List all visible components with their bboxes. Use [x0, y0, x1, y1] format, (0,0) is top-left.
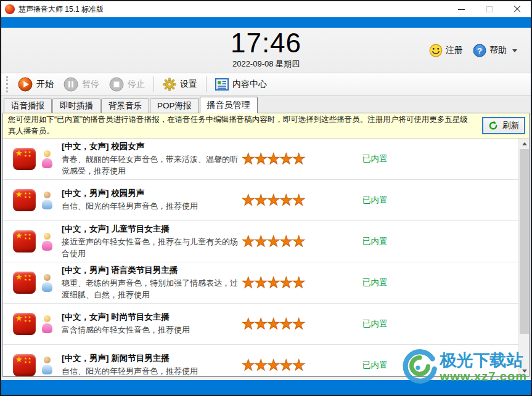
announcer-list: [中文，女声] 校园女声 青春、靓丽的年轻女声音色，带来活泼、温馨的听觉感受，推… — [3, 139, 529, 376]
help-dropdown-caret[interactable] — [512, 49, 517, 52]
announcer-row[interactable]: [中文，男声] 语言类节目男主播 稳重、老练的男声音色，特别加强了情感表达，过渡… — [3, 262, 518, 304]
smiley-icon — [429, 44, 443, 57]
register-button[interactable]: 注册 — [427, 42, 465, 59]
content-center-button[interactable]: 内容中心 — [210, 76, 272, 92]
scroll-down-icon — [522, 370, 527, 373]
tab-announcer-management[interactable]: 播音员管理 — [200, 97, 258, 113]
announcer-status: 已内置 — [362, 277, 388, 288]
announcer-text: [中文，男声] 新闻节目男主播 自信、阳光的年轻男声音色，推荐使用 — [62, 353, 242, 376]
china-flag-icon — [13, 354, 36, 376]
pause-icon — [63, 77, 78, 92]
announcer-row[interactable]: [中文，男声] 新闻节目男主播 自信、阳光的年轻男声音色，推荐使用 ★★★★★ … — [3, 345, 518, 376]
toolbar-separator — [153, 76, 154, 92]
announcer-title: [中文，女声] 时尚节目女主播 — [62, 312, 242, 323]
tab-label: 播音员管理 — [207, 100, 250, 111]
vertical-scrollbar[interactable] — [518, 139, 529, 376]
announcer-status: 已内置 — [362, 360, 388, 371]
china-flag-icon — [13, 230, 36, 253]
rating-stars: ★★★★★ — [242, 233, 303, 250]
content-panel: 您可使用如下“已内置”的播音员进行语音播报，在语音任务中编辑播音稿内容时，即可选… — [2, 113, 530, 377]
settings-button[interactable]: 设置 — [158, 76, 202, 93]
announcer-title: [中文，男声] 校园男声 — [62, 188, 242, 199]
announcer-desc: 自信、阳光的年轻男声音色，推荐使用 — [62, 366, 242, 376]
china-flag-icon — [13, 148, 36, 170]
tab-voice-broadcast[interactable]: 语音播报 — [4, 99, 52, 113]
announcer-title: [中文，男声] 新闻节目男主播 — [62, 353, 242, 364]
china-flag-icon — [13, 189, 36, 211]
announcer-status: 已内置 — [362, 153, 388, 164]
stop-button[interactable]: 停止 — [104, 75, 150, 94]
person-icon — [40, 315, 55, 334]
toolbar: 开始 暂停 停止 — [1, 73, 531, 96]
announcer-status: 已内置 — [362, 195, 388, 206]
announcer-row[interactable]: [中文，男声] 校园男声 自信、阳光的年轻男声音色，推荐使用 ★★★★★ 已内置 — [3, 180, 518, 221]
maximize-button[interactable] — [475, 1, 503, 17]
tab-label: 即时插播 — [60, 100, 93, 111]
title-bar: 慧声播音大师 15.1 标准版 — [1, 1, 531, 17]
announcer-desc: 稳重、老练的男声音色，特别加强了情感表达，过渡细腻、自然，推荐使用 — [62, 278, 242, 301]
clock: 17:46 — [231, 28, 301, 59]
rating-stars: ★★★★★ — [242, 150, 303, 168]
help-icon: ? — [473, 44, 486, 57]
date: 2022-09-08 星期四 — [232, 59, 300, 70]
app-icon — [5, 4, 15, 14]
header: 17:46 2022-09-08 星期四 注册 — [1, 28, 531, 73]
notice-bar: 您可使用如下“已内置”的播音员进行语音播报，在语音任务中编辑播音稿内容时，即可选… — [3, 113, 529, 139]
pause-button[interactable]: 暂停 — [59, 75, 104, 94]
announcer-text: [中文，女声] 儿童节目女主播 接近童声的年轻女性音色，推荐在与儿童有关的场合使… — [62, 224, 242, 260]
window-title: 慧声播音大师 15.1 标准版 — [18, 4, 104, 15]
notice-text: 您可使用如下“已内置”的播音员进行语音播报，在语音任务中编辑播音稿内容时，即可选… — [8, 114, 470, 137]
announcer-text: [中文，男声] 语言类节目男主播 稳重、老练的男声音色，特别加强了情感表达，过渡… — [62, 265, 242, 301]
scrollbar-down-button[interactable] — [519, 366, 529, 376]
announcer-text: [中文，男声] 校园男声 自信、阳光的年轻男声音色，推荐使用 — [62, 188, 242, 212]
play-icon — [18, 77, 33, 92]
settings-label: 设置 — [180, 79, 197, 90]
tab-background-music[interactable]: 背景音乐 — [101, 99, 149, 113]
announcer-row[interactable]: [中文，女声] 时尚节目女主播 富含情感的年轻女性音色，推荐使用 ★★★★★ 已… — [3, 304, 518, 345]
person-icon — [40, 356, 55, 375]
help-button[interactable]: ? 帮助 — [470, 42, 520, 59]
content-center-icon — [215, 78, 229, 91]
gear-icon — [163, 78, 176, 91]
announcer-row[interactable]: [中文，女声] 儿童节目女主播 接近童声的年轻女性音色，推荐在与儿童有关的场合使… — [3, 221, 518, 262]
person-icon — [40, 191, 55, 210]
rating-stars: ★★★★★ — [242, 274, 303, 291]
stop-icon — [109, 77, 124, 92]
bottom-accent-bar — [1, 380, 531, 395]
accent-strip — [1, 17, 531, 28]
announcer-text: [中文，女声] 时尚节目女主播 富含情感的年轻女性音色，推荐使用 — [62, 312, 242, 336]
minimize-button[interactable] — [448, 1, 475, 17]
maximize-icon — [486, 6, 493, 12]
scroll-up-icon — [522, 142, 527, 145]
announcer-desc: 青春、靓丽的年轻女声音色，带来活泼、温馨的听觉感受，推荐使用 — [62, 154, 242, 177]
refresh-button[interactable]: 刷新 — [482, 117, 525, 134]
rating-stars: ★★★★★ — [242, 315, 303, 333]
close-button[interactable] — [503, 1, 531, 17]
app-window: 慧声播音大师 15.1 标准版 17:46 2022-09-08 星期四 — [0, 0, 532, 396]
pause-label: 暂停 — [82, 79, 99, 90]
tab-pop-poster[interactable]: POP海报 — [150, 99, 199, 113]
person-icon — [40, 273, 55, 293]
start-button[interactable]: 开始 — [13, 75, 59, 94]
announcer-row[interactable]: [中文，女声] 校园女声 青春、靓丽的年轻女声音色，带来活泼、温馨的听觉感受，推… — [3, 139, 518, 180]
scrollbar-thumb[interactable] — [520, 149, 529, 334]
toolbar-separator — [206, 76, 207, 92]
toolbar-grip — [6, 76, 8, 92]
announcer-desc: 自信、阳光的年轻男声音色，推荐使用 — [62, 201, 242, 212]
register-label: 注册 — [446, 45, 463, 56]
rating-stars: ★★★★★ — [242, 192, 303, 209]
tab-label: 语音播报 — [11, 100, 44, 111]
stop-label: 停止 — [128, 79, 145, 90]
content-center-label: 内容中心 — [232, 79, 267, 90]
svg-text:?: ? — [477, 46, 482, 55]
refresh-label: 刷新 — [502, 120, 519, 131]
tab-instant-insert[interactable]: 即时插播 — [52, 99, 100, 113]
china-flag-icon — [13, 313, 36, 335]
announcer-desc: 富含情感的年轻女性音色，推荐使用 — [62, 325, 242, 336]
start-label: 开始 — [36, 79, 54, 90]
tab-bar: 语音播报 即时插播 背景音乐 POP海报 播音员管理 — [1, 96, 531, 113]
announcer-desc: 接近童声的年轻女性音色，推荐在与儿童有关的场合使用 — [62, 236, 242, 260]
scrollbar-up-button[interactable] — [519, 139, 529, 149]
announcer-status: 已内置 — [362, 236, 388, 247]
tab-label: 背景音乐 — [108, 100, 142, 111]
